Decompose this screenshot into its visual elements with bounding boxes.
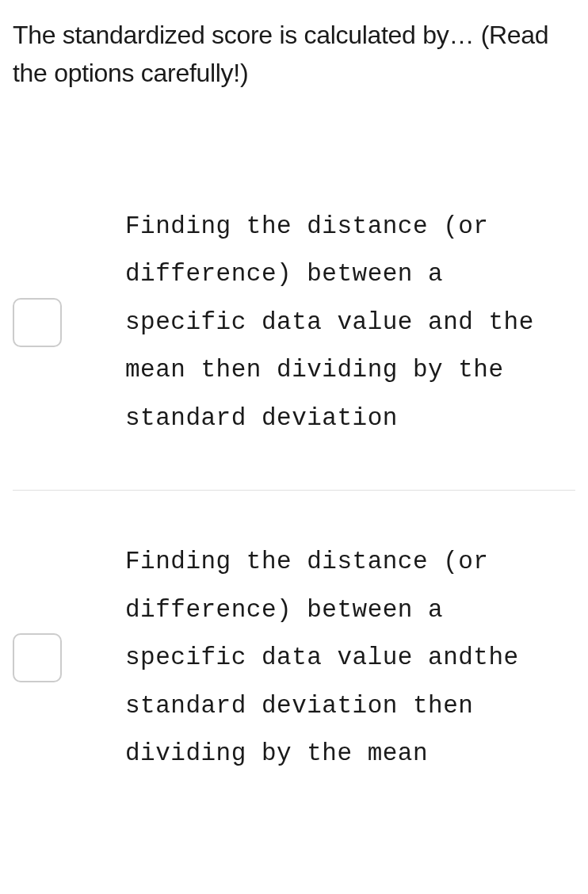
options-list: Finding the distance (or difference) bet… (13, 203, 575, 777)
checkbox-option-2[interactable] (13, 633, 62, 682)
question-text: The standardized score is calculated by…… (13, 16, 575, 92)
option-text: Finding the distance (or difference) bet… (125, 538, 575, 777)
checkbox-option-1[interactable] (13, 298, 62, 347)
option-text: Finding the distance (or difference) bet… (125, 203, 575, 442)
option-row: Finding the distance (or difference) bet… (13, 491, 575, 777)
option-row: Finding the distance (or difference) bet… (13, 203, 575, 491)
